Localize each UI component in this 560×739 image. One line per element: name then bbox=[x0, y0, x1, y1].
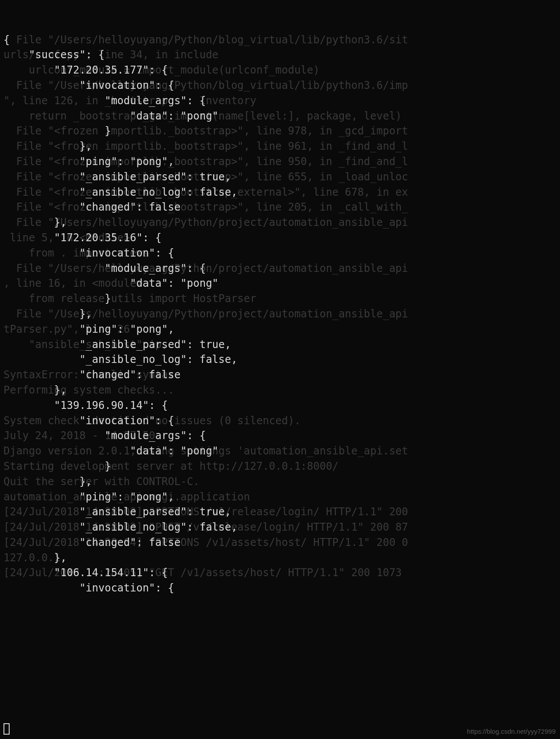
watermark-text: https://blog.csdn.net/yyy72999 bbox=[467, 727, 556, 736]
terminal-foreground-json: { "success": { "172.20.35.177": { "invoc… bbox=[0, 0, 241, 613]
foreground-json-output: { "success": { "172.20.35.177": { "invoc… bbox=[4, 32, 238, 596]
terminal-cursor bbox=[4, 723, 10, 735]
